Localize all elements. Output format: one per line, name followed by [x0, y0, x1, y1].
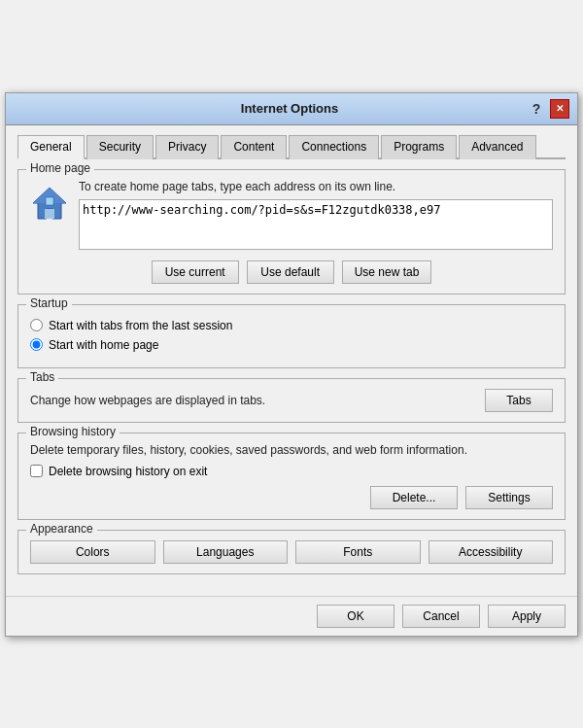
- tabs-section-inner: Change how webpages are displayed in tab…: [30, 389, 553, 412]
- home-page-description: To create home page tabs, type each addr…: [79, 180, 553, 193]
- startup-group-label: Startup: [26, 296, 72, 310]
- house-icon: [30, 184, 69, 223]
- apply-button[interactable]: Apply: [488, 605, 566, 628]
- cancel-button[interactable]: Cancel: [402, 605, 480, 628]
- delete-on-exit-label: Delete browsing history on exit: [49, 465, 207, 478]
- startup-option2-label: Start with home page: [49, 338, 158, 352]
- startup-option1-label: Start with tabs from the last session: [49, 319, 232, 332]
- tabs-section-description: Change how webpages are displayed in tab…: [30, 394, 265, 407]
- startup-option2-row: Start with home page: [30, 338, 553, 352]
- colors-button[interactable]: Colors: [30, 540, 155, 564]
- window-inner: General Security Privacy Content Connect…: [6, 125, 577, 636]
- tab-privacy[interactable]: Privacy: [155, 135, 219, 159]
- home-page-buttons: Use current Use default Use new tab: [30, 260, 553, 284]
- close-button[interactable]: ✕: [550, 99, 569, 119]
- appearance-buttons: Colors Languages Fonts Accessibility: [30, 540, 553, 564]
- tab-content[interactable]: Content: [221, 135, 287, 159]
- title-bar: Internet Options ? ✕: [6, 93, 577, 125]
- startup-group: Startup Start with tabs from the last se…: [17, 304, 566, 368]
- delete-on-exit-checkbox[interactable]: [30, 465, 43, 477]
- fonts-button[interactable]: Fonts: [295, 540, 421, 564]
- tab-programs[interactable]: Programs: [381, 135, 457, 159]
- home-page-group-label: Home page: [26, 161, 94, 175]
- delete-button[interactable]: Delete...: [370, 486, 458, 509]
- svg-rect-3: [46, 197, 53, 205]
- tab-connections[interactable]: Connections: [289, 135, 379, 159]
- home-page-group: Home page To create home page tabs, type…: [17, 169, 566, 295]
- svg-rect-1: [45, 209, 54, 219]
- use-current-button[interactable]: Use current: [152, 260, 239, 284]
- title-bar-controls: ? ✕: [527, 99, 569, 119]
- use-new-tab-button[interactable]: Use new tab: [342, 260, 432, 284]
- browsing-history-description: Delete temporary files, history, cookies…: [30, 443, 553, 457]
- tabs-button[interactable]: Tabs: [485, 389, 553, 412]
- tab-general[interactable]: General: [17, 135, 85, 159]
- languages-button[interactable]: Languages: [163, 540, 289, 564]
- appearance-group: Appearance Colors Languages Fonts Access…: [17, 530, 566, 574]
- use-default-button[interactable]: Use default: [247, 260, 334, 284]
- dialog-title: Internet Options: [14, 101, 527, 116]
- tab-bar: General Security Privacy Content Connect…: [17, 133, 566, 159]
- history-buttons: Delete... Settings: [30, 486, 553, 509]
- startup-option1-radio[interactable]: [30, 319, 43, 331]
- settings-button[interactable]: Settings: [465, 486, 553, 509]
- startup-option1-row: Start with tabs from the last session: [30, 319, 553, 332]
- delete-on-exit-row: Delete browsing history on exit: [30, 465, 553, 478]
- home-page-inner: To create home page tabs, type each addr…: [30, 180, 553, 253]
- appearance-group-label: Appearance: [26, 522, 97, 536]
- browsing-history-group: Browsing history Delete temporary files,…: [17, 433, 566, 520]
- home-page-right: To create home page tabs, type each addr…: [79, 180, 553, 253]
- tab-advanced[interactable]: Advanced: [459, 135, 535, 159]
- accessibility-button[interactable]: Accessibility: [429, 540, 554, 564]
- browsing-history-group-label: Browsing history: [26, 425, 120, 438]
- tabs-section-group: Tabs Change how webpages are displayed i…: [17, 378, 566, 423]
- tabs-section-group-label: Tabs: [26, 370, 58, 384]
- tab-security[interactable]: Security: [86, 135, 154, 159]
- startup-inner: Start with tabs from the last session St…: [30, 315, 553, 352]
- home-page-url-input[interactable]: http://www-searching.com/?pid=s&s=F12zgu…: [79, 199, 553, 250]
- main-content: General Security Privacy Content Connect…: [6, 125, 577, 596]
- internet-options-dialog: Internet Options ? ✕ General Security Pr…: [5, 92, 578, 637]
- bottom-bar: OK Cancel Apply: [6, 596, 577, 636]
- ok-button[interactable]: OK: [317, 605, 394, 628]
- help-button[interactable]: ?: [527, 99, 546, 119]
- startup-option2-radio[interactable]: [30, 338, 43, 351]
